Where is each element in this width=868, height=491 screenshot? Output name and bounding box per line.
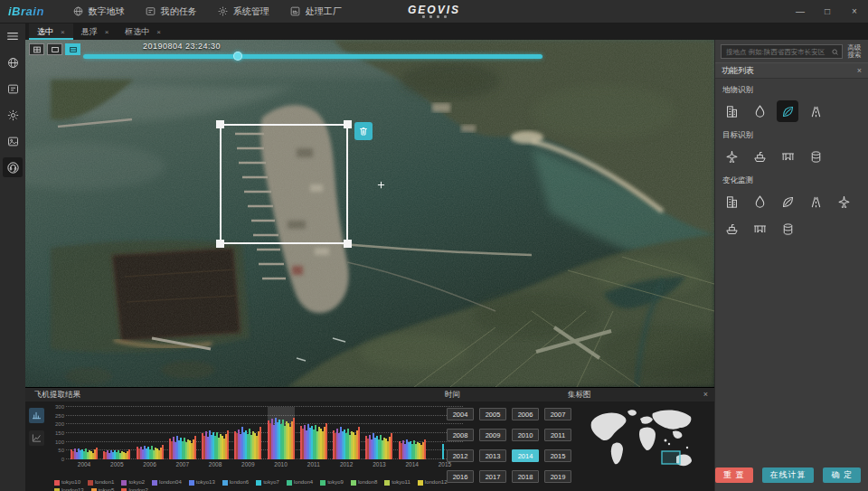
close-icon[interactable]: × xyxy=(703,390,708,399)
minimap-viewport-rect[interactable] xyxy=(662,451,680,464)
timeline-handle[interactable] xyxy=(233,52,242,61)
road-function-button[interactable] xyxy=(805,100,826,122)
bar-group-2006[interactable]: 2006 xyxy=(137,407,164,459)
year-button-2008[interactable]: 2008 xyxy=(447,429,474,441)
world-minimap[interactable] xyxy=(586,403,703,488)
top-bar: iBrain 数字地球我的任务系统管理处理工厂 GEOVIS — □ × xyxy=(0,0,868,24)
tab-label: 框选中 xyxy=(125,26,149,38)
sidebar-gear-button[interactable] xyxy=(3,105,23,125)
year-button-2004[interactable]: 2004 xyxy=(447,408,474,420)
close-icon[interactable]: × xyxy=(857,66,862,75)
year-button-2018[interactable]: 2018 xyxy=(512,470,539,483)
tab-close-icon[interactable]: × xyxy=(105,28,109,36)
building-function-button[interactable] xyxy=(721,100,742,122)
ship-function-button[interactable] xyxy=(721,218,742,240)
tab-close-icon[interactable]: × xyxy=(61,28,65,36)
menu-item-factory[interactable]: 处理工厂 xyxy=(279,0,352,23)
year-button-2015[interactable]: 2015 xyxy=(544,449,571,462)
tab-悬浮[interactable]: 悬浮× xyxy=(73,24,118,40)
year-button-2006[interactable]: 2006 xyxy=(512,408,539,420)
legend-item-london2: london2 xyxy=(121,487,147,491)
airplane-function-button[interactable] xyxy=(721,146,742,167)
bridge-function-button[interactable] xyxy=(777,146,798,167)
maximize-button[interactable]: □ xyxy=(814,0,841,23)
sidebar-image-button[interactable] xyxy=(3,131,23,151)
tab-框选中[interactable]: 框选中× xyxy=(117,24,169,40)
year-button-2009[interactable]: 2009 xyxy=(479,429,506,441)
map-tool-rect[interactable] xyxy=(47,43,62,55)
selection-handle-bottomleft[interactable] xyxy=(216,240,224,248)
sidebar-headset-button[interactable] xyxy=(3,157,23,177)
minimize-button[interactable]: — xyxy=(787,0,814,23)
selection-handle-bottomright[interactable] xyxy=(344,240,352,248)
delete-selection-button[interactable] xyxy=(354,122,373,140)
road-function-button[interactable] xyxy=(805,191,826,212)
bar-group-2005[interactable]: 2005 xyxy=(103,407,130,459)
bar-london2 xyxy=(194,436,196,459)
year-button-2013[interactable]: 2013 xyxy=(479,449,506,462)
map-selection-box[interactable] xyxy=(220,124,348,244)
x-tick-label: 2008 xyxy=(209,461,222,467)
year-button-2012[interactable]: 2012 xyxy=(447,449,474,462)
bar-chart-button[interactable] xyxy=(29,408,44,423)
tab-close-icon[interactable]: × xyxy=(156,28,161,36)
sidebar-menu-button[interactable] xyxy=(3,26,23,46)
legend-item-tokyo2: tokyo2 xyxy=(121,479,145,486)
legend-item-tokyo13: tokyo13 xyxy=(189,479,215,486)
bar-group-2010[interactable]: 2010 xyxy=(268,407,295,459)
selection-handle-topleft[interactable] xyxy=(216,120,224,128)
bar-group-2007[interactable]: 2007 xyxy=(169,407,196,459)
online-compute-button[interactable]: 在线计算 xyxy=(762,467,815,483)
year-button-2007[interactable]: 2007 xyxy=(544,408,571,420)
bar-group-2009[interactable]: 2009 xyxy=(234,407,261,459)
y-tick-label: 150 xyxy=(53,430,64,436)
menu-item-gear[interactable]: 系统管理 xyxy=(207,0,279,23)
airplane-function-button[interactable] xyxy=(833,191,854,212)
water-drop-function-button[interactable] xyxy=(749,100,770,122)
tab-选中[interactable]: 选中× xyxy=(29,24,73,40)
year-button-2019[interactable]: 2019 xyxy=(544,470,571,483)
advanced-search-link[interactable]: 高级搜索 xyxy=(846,44,863,59)
bar-group-2004[interactable]: 2004 xyxy=(71,407,98,459)
sidebar-globe-button[interactable] xyxy=(3,52,23,72)
timeline-track[interactable] xyxy=(83,54,542,59)
selection-handle-topright[interactable] xyxy=(344,120,352,128)
menu-item-tasks[interactable]: 我的任务 xyxy=(135,0,207,23)
y-tick-label: 0 xyxy=(53,457,64,462)
reset-button[interactable]: 重 置 xyxy=(715,467,753,483)
close-button[interactable]: × xyxy=(841,0,868,23)
map-tool-grid[interactable] xyxy=(29,43,44,55)
legend-label: london12 xyxy=(425,479,448,486)
ship-function-button[interactable] xyxy=(749,146,770,167)
leaf-function-button[interactable] xyxy=(777,191,798,212)
search-box[interactable] xyxy=(721,44,843,59)
leaf-function-button[interactable] xyxy=(777,100,798,122)
map-tool-polygon[interactable] xyxy=(65,43,80,55)
year-button-2014[interactable]: 2014 xyxy=(512,449,539,462)
year-button-2005[interactable]: 2005 xyxy=(479,408,506,420)
sidebar-tasks-button[interactable] xyxy=(3,79,23,99)
map-view[interactable]: 20190804 23:24:30 xyxy=(25,40,714,387)
oil-tank-function-button[interactable] xyxy=(777,218,798,240)
menu-item-label: 系统管理 xyxy=(233,5,269,18)
line-chart-button[interactable] xyxy=(29,430,44,446)
menu-item-label: 处理工厂 xyxy=(306,5,342,18)
bar-group-2011[interactable]: 2011 xyxy=(300,407,327,459)
water-drop-function-button[interactable] xyxy=(749,191,770,212)
year-button-2010[interactable]: 2010 xyxy=(512,429,539,441)
x-tick-label: 2010 xyxy=(274,461,287,467)
bar-group-2013[interactable]: 2013 xyxy=(365,407,392,459)
year-button-2011[interactable]: 2011 xyxy=(544,429,571,441)
search-input[interactable] xyxy=(724,47,829,57)
year-button-2016[interactable]: 2016 xyxy=(447,470,474,483)
year-button-2017[interactable]: 2017 xyxy=(479,470,506,483)
confirm-button[interactable]: 确 定 xyxy=(823,467,861,483)
menu-item-globe[interactable]: 数字地球 xyxy=(62,0,135,23)
bar-group-2012[interactable]: 2012 xyxy=(333,407,360,459)
building-function-button[interactable] xyxy=(721,191,742,212)
bar-group-2008[interactable]: 2008 xyxy=(202,407,229,459)
search-icon[interactable] xyxy=(831,48,839,56)
oil-tank-function-button[interactable] xyxy=(805,146,826,167)
bridge-function-button[interactable] xyxy=(749,218,770,240)
bar-group-2014[interactable]: 2014 xyxy=(399,407,426,459)
